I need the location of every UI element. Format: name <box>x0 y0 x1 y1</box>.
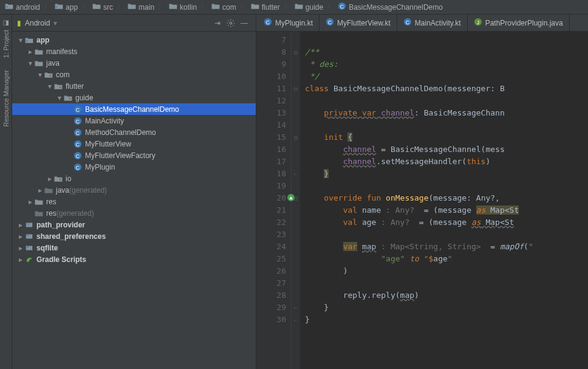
tree-row[interactable]: ▾java <box>12 57 256 69</box>
tree-row[interactable]: ▸shared_preferences <box>12 230 256 242</box>
chevron-down-icon[interactable]: ▾ <box>46 82 53 91</box>
breadcrumb-item[interactable]: com <box>209 2 239 12</box>
line-number[interactable]: 11 <box>256 83 286 95</box>
code-line[interactable]: val name : Any? = (message as Map<St <box>305 204 588 216</box>
tree-row[interactable]: CBasicMessageChannelDemo <box>12 103 256 115</box>
breadcrumb-item[interactable]: kotlin <box>166 2 199 12</box>
code-line[interactable]: reply.reply(map) <box>305 289 588 302</box>
tree-row[interactable]: ▸path_provider <box>12 219 256 230</box>
tree-row[interactable]: ▸res <box>12 196 256 207</box>
code-line[interactable]: */ <box>305 71 588 83</box>
line-number[interactable]: 23 <box>256 229 286 241</box>
editor-tab[interactable]: JPathProviderPlugin.java <box>468 15 570 31</box>
tree-row[interactable]: ▾guide <box>12 92 256 103</box>
line-number[interactable]: 27 <box>256 277 286 289</box>
line-number[interactable]: 22 <box>256 216 286 229</box>
fold-open-icon[interactable]: ⊟ <box>292 83 300 95</box>
code-area[interactable]: 7891011121314151617181920212223242526272… <box>256 32 588 369</box>
editor-tab[interactable]: CMyFlutterView.kt <box>320 15 397 31</box>
override-gutter-icon[interactable] <box>287 194 295 201</box>
breadcrumb-item[interactable]: CBasicMessageChannelDemo <box>335 2 445 12</box>
fold-open-icon[interactable]: ⊟ <box>292 131 300 143</box>
line-number[interactable]: 15 <box>256 131 286 143</box>
tree-row[interactable]: ▸manifests <box>12 46 256 57</box>
line-number[interactable]: 9 <box>256 58 286 71</box>
line-number[interactable]: 16 <box>256 143 286 156</box>
chevron-right-icon[interactable]: ▸ <box>27 47 34 56</box>
line-number[interactable]: 19 <box>256 180 286 192</box>
tree-row[interactable]: CMyFlutterView <box>12 138 256 150</box>
breadcrumb-item[interactable]: guide <box>292 2 326 12</box>
chevron-right-icon[interactable]: ▸ <box>17 244 24 252</box>
code-line[interactable]: val age : Any? = (message as Map<St <box>305 216 588 229</box>
tree-row[interactable]: res (generated) <box>12 207 256 219</box>
breadcrumb-item[interactable]: android <box>2 2 43 12</box>
code-line[interactable] <box>305 277 588 289</box>
chevron-down-icon[interactable]: ▾ <box>17 36 24 44</box>
line-number[interactable]: 8 <box>256 46 286 58</box>
code-line[interactable]: channel = BasicMessageChannel(mess <box>305 143 588 156</box>
project-tree[interactable]: ▾app▸manifests▾java▾com▾flutter▾guideCBa… <box>12 32 256 369</box>
tool-tab-resource-manager[interactable]: Resource Manager <box>2 70 10 127</box>
code-line[interactable]: class BasicMessageChannelDemo(messenger:… <box>305 83 588 95</box>
line-number[interactable]: 17 <box>256 156 286 168</box>
chevron-right-icon[interactable]: ▸ <box>46 174 53 183</box>
line-number[interactable]: 24 <box>256 241 286 253</box>
chevron-down-icon[interactable]: ▾ <box>53 19 57 27</box>
tree-row[interactable]: ▸java (generated) <box>12 184 256 196</box>
chevron-right-icon[interactable]: ▸ <box>36 186 44 195</box>
line-number[interactable]: 20 <box>256 192 286 204</box>
code-line[interactable]: channel.setMessageHandler(this) <box>305 156 588 168</box>
line-number[interactable]: 21 <box>256 204 286 216</box>
code-line[interactable]: override fun onMessage(message: Any?, <box>305 192 588 204</box>
line-number[interactable]: 7 <box>256 34 286 46</box>
tree-row[interactable]: CMyFlutterViewFactory <box>12 150 256 161</box>
code-content[interactable]: /** * des: */class BasicMessageChannelDe… <box>300 32 588 369</box>
gear-icon[interactable] <box>224 16 238 30</box>
tree-row[interactable]: ▸io <box>12 173 256 184</box>
tree-row[interactable]: CMainActivity <box>12 115 256 126</box>
breadcrumb-item[interactable]: app <box>52 2 80 12</box>
breadcrumb-item[interactable]: flutter <box>248 2 282 12</box>
tool-tab-project[interactable]: 1: Project ◧ <box>2 19 10 58</box>
code-line[interactable]: /** <box>305 46 588 58</box>
fold-close-icon[interactable]: ⌐ <box>292 302 300 314</box>
line-number[interactable]: 28 <box>256 289 286 302</box>
line-gutter[interactable]: 7891011121314151617181920212223242526272… <box>256 32 292 369</box>
code-line[interactable] <box>305 119 588 131</box>
line-number[interactable]: 25 <box>256 253 286 265</box>
tree-row[interactable]: CMethodChannelDemo <box>12 126 256 138</box>
line-number[interactable]: 14 <box>256 119 286 131</box>
editor-tab[interactable]: CMainActivity.kt <box>397 15 468 31</box>
breadcrumb-item[interactable]: src <box>90 2 115 12</box>
line-number[interactable]: 26 <box>256 265 286 277</box>
code-line[interactable]: var map : Map<String, String> = mapOf(" <box>305 241 588 253</box>
tree-row[interactable]: ▸Gradle Scripts <box>12 253 256 265</box>
fold-close-icon[interactable]: ⌐ <box>292 314 300 326</box>
code-line[interactable]: } <box>305 302 588 314</box>
chevron-right-icon[interactable]: ▸ <box>17 255 24 264</box>
tree-row[interactable]: ▾com <box>12 69 256 80</box>
view-mode-label[interactable]: Android <box>25 19 50 27</box>
line-number[interactable]: 13 <box>256 107 286 119</box>
code-line[interactable] <box>305 180 588 192</box>
collapse-icon[interactable]: ⇥ <box>211 16 224 30</box>
tree-row[interactable]: ▾flutter <box>12 80 256 92</box>
line-number[interactable]: 12 <box>256 95 286 107</box>
code-line[interactable] <box>305 229 588 241</box>
fold-open-icon[interactable]: ⊟ <box>292 46 300 58</box>
hide-icon[interactable]: — <box>238 16 251 30</box>
code-line[interactable]: } <box>305 168 588 180</box>
line-number[interactable]: 10 <box>256 71 286 83</box>
fold-close-icon[interactable]: ⌐ <box>292 168 300 180</box>
code-line[interactable]: } <box>305 314 588 326</box>
code-line[interactable]: private var channel: BasicMessageChann <box>305 107 588 119</box>
code-line[interactable]: "age" to "$age" <box>305 253 588 265</box>
chevron-down-icon[interactable]: ▾ <box>27 59 34 67</box>
line-number[interactable]: 18 <box>256 168 286 180</box>
editor-tab[interactable]: CMyPlugin.kt <box>258 15 320 31</box>
chevron-right-icon[interactable]: ▸ <box>27 198 34 206</box>
tree-row[interactable]: ▸sqflite <box>12 242 256 253</box>
breadcrumb-item[interactable]: main <box>125 2 157 12</box>
tree-row[interactable]: CMyPlugin <box>12 161 256 173</box>
